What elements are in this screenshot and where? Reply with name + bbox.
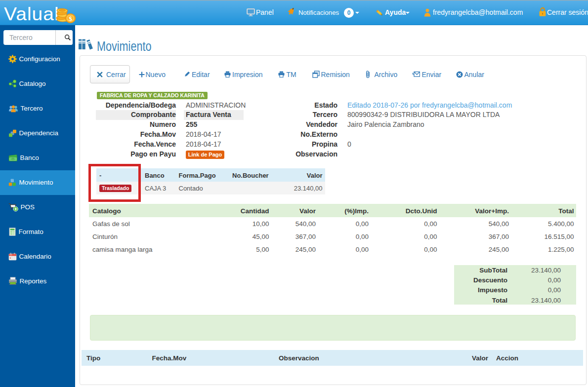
svg-text:$: $ <box>69 15 72 22</box>
